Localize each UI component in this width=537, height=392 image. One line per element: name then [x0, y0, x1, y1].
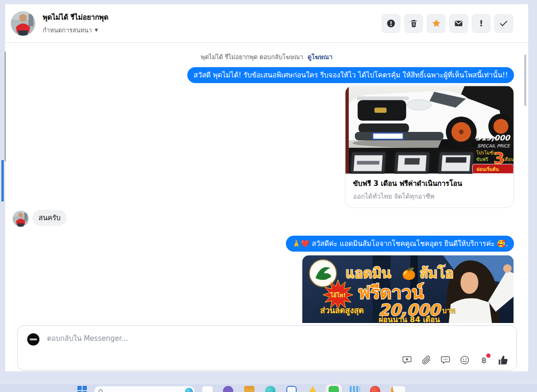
thumbnail-strip [350, 152, 475, 174]
ad-card-subtitle: ออกได้ทั่วไทย จัดได้ทุกอาชีพ [353, 191, 506, 201]
report-icon [386, 19, 396, 28]
outgoing-message-2: 🙏❤️ สวัสดีค่ะ แอดมินส้มโอจากโชคคูณโชคอุด… [286, 236, 514, 252]
left-scroll-track [5, 52, 6, 161]
payment-icon: ฿ [482, 355, 487, 365]
chevron-down-icon: ▼ [95, 28, 98, 32]
ad-price-label: SPECAIL PRICE [477, 143, 510, 148]
payment-button[interactable]: ฿ [478, 354, 490, 366]
promo-ad-attachment[interactable]: แอดมิน 🍊 ส้มโอ โอ้โห! ฟรีดาวน์ ส่วนลดสูง… [302, 255, 514, 323]
conversation-header: พุดไม่ได้ รีไม่อยากพุด กำหนดการสนทนา ▼ [5, 4, 528, 43]
contact-avatar-small[interactable] [13, 211, 29, 227]
orange-emoji: 🍊 [402, 267, 416, 280]
report-button[interactable] [382, 14, 400, 33]
schedule-dropdown[interactable]: กำหนดการสนทนา ▼ [43, 25, 108, 35]
phone-app-icon[interactable] [286, 386, 297, 392]
emoji-icon [460, 355, 470, 365]
reply-composer: ฿ [17, 325, 517, 371]
ad-promo-label2: ขับฟรี [476, 157, 488, 162]
contact-name: พุดไม่ได้ รีไม่อยากพุด [43, 12, 108, 23]
comment-icon [440, 355, 451, 365]
important-icon: ! [479, 18, 483, 28]
taskbar-search-box[interactable] [94, 386, 195, 392]
conversation-panel: พุดไม่ได้ รีไม่อยากพุด กำหนดการสนทนา ▼ [5, 4, 529, 372]
contact-avatar[interactable] [11, 11, 35, 36]
ad-card-footer: ขับฟรี 3 เดือน ฟรีค่าดำเนินการโอน ออกได้… [345, 174, 514, 208]
like-icon [498, 354, 509, 366]
windows-taskbar [0, 384, 537, 392]
bing-icon [185, 388, 193, 392]
page-avatar [27, 333, 39, 346]
ad2-burst-text: โอ้โห! [330, 292, 345, 299]
outgoing-message-1: สวัสดี พุดไม่ได้! รับข้อเสนอพิเศษก่อนใคร… [187, 67, 514, 83]
attach-file-button[interactable] [421, 354, 432, 366]
ad2-admin-label: แอดมิน [345, 265, 391, 281]
mark-unread-button[interactable] [449, 14, 468, 33]
windows-icon [77, 386, 87, 392]
red-app-icon[interactable] [370, 386, 380, 392]
ad-months-unit: เดือน [503, 157, 514, 162]
delete-button[interactable] [404, 14, 423, 33]
contact-info: พุดไม่ได้ รีไม่อยากพุด กำหนดการสนทนา ▼ [43, 12, 108, 35]
view-ad-link[interactable]: ดูโฆษณา [307, 54, 332, 61]
folder-icon[interactable] [244, 386, 254, 392]
comment-button[interactable] [440, 354, 451, 366]
teal-app-icon[interactable] [265, 386, 276, 392]
emoji-button[interactable] [459, 354, 470, 366]
left-scroll-indicator [1, 160, 4, 201]
ad2-headline: ฟรีดาวน์ [358, 282, 424, 303]
ad-context-text: พุดไม่ได้ รีไม่อยากพุด ตอบกลับโฆษณา [201, 54, 303, 61]
mark-done-button[interactable] [494, 14, 513, 33]
star-button[interactable] [427, 14, 445, 33]
incoming-message-1: สนครับ [32, 210, 67, 226]
like-button[interactable] [498, 354, 509, 366]
saved-replies-icon [402, 355, 412, 365]
ad2-discount-unit: บาท [442, 307, 455, 315]
saved-replies-button[interactable] [401, 354, 413, 366]
chat-scrollbar-thumb[interactable] [524, 54, 526, 106]
payment-notification-dot [486, 354, 491, 358]
ad-card[interactable]: 319,000 SPECAIL PRICE โปรโมชั่น ขับฟรี 3… [345, 85, 514, 208]
star-icon [431, 18, 441, 28]
schedule-label: กำหนดการสนทนา [43, 25, 92, 35]
star-app-icon[interactable] [307, 386, 318, 392]
car-ad-image: 319,000 SPECAIL PRICE โปรโมชั่น ขับฟรี 3… [345, 86, 514, 174]
keyboard-app-icon[interactable] [350, 386, 360, 392]
app-grid-icon[interactable] [391, 386, 406, 392]
attachment-icon [421, 355, 431, 365]
ad2-discount-prefix: ส่วนลดสูงสุด [320, 306, 364, 316]
mark-done-icon [499, 19, 508, 28]
header-actions: ! [382, 14, 513, 33]
trash-icon [409, 19, 418, 28]
ad-card-title: ขับฟรี 3 เดือน ฟรีค่าดำเนินการโอน [353, 178, 506, 189]
promo-ad-image: แอดมิน 🍊 ส้มโอ โอ้โห! ฟรีดาวน์ ส่วนลดสูง… [302, 255, 514, 323]
search-icon [98, 389, 104, 392]
document-app-icon[interactable] [202, 386, 213, 392]
reply-input[interactable] [46, 334, 395, 343]
line-app-icon[interactable] [329, 386, 339, 392]
contact-avatar-small-image [13, 211, 29, 227]
purple-app-icon[interactable] [223, 386, 233, 392]
start-button[interactable] [77, 386, 87, 392]
composer-actions: ฿ [401, 354, 509, 366]
ad-price-text: 319,000 [476, 133, 511, 142]
ad-context-line: พุดไม่ได้ รีไม่อยากพุด ตอบกลับโฆษณา ดูโฆ… [5, 52, 528, 62]
mark-unread-icon [454, 19, 463, 28]
ad-ribbon-text: ผ่อนเริ่มต้น [476, 166, 499, 172]
important-button[interactable]: ! [472, 14, 491, 33]
ad2-installment: ผ่อนนาน 84 เดือน [379, 315, 440, 323]
contact-avatar-image [11, 11, 35, 36]
ad2-admin-name: ส้มโอ [420, 264, 453, 281]
